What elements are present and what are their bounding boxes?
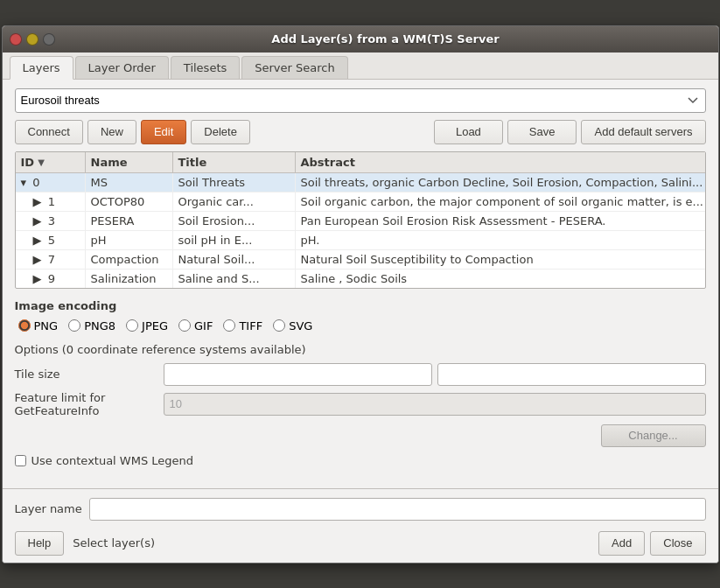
close-window-button[interactable] bbox=[10, 33, 22, 46]
feature-limit-row bbox=[164, 393, 706, 416]
radio-tiff-label: TIFF bbox=[239, 319, 262, 332]
maximize-window-button[interactable] bbox=[43, 33, 55, 46]
radio-png8[interactable]: PNG8 bbox=[68, 319, 115, 332]
radio-svg[interactable]: SVG bbox=[273, 319, 312, 332]
cell-name: PESERA bbox=[86, 212, 173, 230]
new-button[interactable]: New bbox=[87, 120, 136, 144]
delete-button[interactable]: Delete bbox=[191, 120, 250, 144]
bottom-right: Add Close bbox=[598, 531, 705, 556]
options-label: Options (0 coordinate reference systems … bbox=[15, 343, 706, 356]
radio-jpeg-label: JPEG bbox=[142, 319, 168, 332]
col-title: Title bbox=[173, 152, 296, 172]
cell-id: ▶ 7 bbox=[16, 250, 86, 269]
col-id: ID ▼ bbox=[16, 152, 86, 172]
cell-title: soil pH in E... bbox=[173, 231, 296, 249]
cell-title: Soil Erosion... bbox=[173, 212, 296, 230]
expand-icon[interactable]: ▶ bbox=[33, 195, 42, 208]
feature-limit-label: Feature limit for GetFeatureInfo bbox=[15, 391, 155, 417]
load-button[interactable]: Load bbox=[434, 120, 503, 144]
radio-gif-label: GIF bbox=[194, 319, 213, 332]
tile-size-inputs bbox=[164, 363, 706, 386]
cell-id: ▾ 0 bbox=[16, 173, 86, 192]
cell-name: MS bbox=[86, 173, 173, 192]
radio-png[interactable]: PNG bbox=[18, 319, 59, 332]
contextual-wms-label: Use contextual WMS Legend bbox=[31, 454, 194, 467]
col-name: Name bbox=[86, 152, 173, 172]
expand-icon[interactable]: ▾ bbox=[21, 176, 27, 189]
cell-abstract: pH. bbox=[296, 231, 705, 249]
radio-svg-label: SVG bbox=[289, 319, 312, 332]
table-body: ▾ 0 MS Soil Threats Soil threats, organi… bbox=[16, 173, 705, 288]
table-row[interactable]: ▶ 5 pH soil pH in E... pH. bbox=[16, 231, 705, 250]
tile-size-height-input[interactable] bbox=[437, 363, 706, 386]
add-button[interactable]: Add bbox=[598, 531, 645, 556]
tab-server-search[interactable]: Server Search bbox=[241, 56, 347, 79]
radio-gif-input[interactable] bbox=[178, 319, 191, 332]
server-dropdown[interactable]: Eurosoil threats bbox=[15, 88, 706, 113]
layer-name-input[interactable] bbox=[89, 498, 706, 521]
expand-icon[interactable]: ▶ bbox=[33, 272, 42, 285]
cell-abstract: Saline , Sodic Soils bbox=[296, 270, 705, 288]
table-row[interactable]: ▶ 9 Salinization Saline and S... Saline … bbox=[16, 270, 705, 288]
table-row[interactable]: ▶ 7 Compaction Natural Soil... Natural S… bbox=[16, 250, 705, 270]
close-button[interactable]: Close bbox=[650, 531, 705, 556]
tab-layer-order[interactable]: Layer Order bbox=[75, 56, 169, 79]
edit-button[interactable]: Edit bbox=[141, 120, 186, 144]
image-encoding-label: Image encoding bbox=[15, 299, 706, 312]
add-default-servers-button[interactable]: Add default servers bbox=[581, 120, 705, 144]
tab-tilesets[interactable]: Tilesets bbox=[171, 56, 240, 79]
expand-icon[interactable]: ▶ bbox=[33, 214, 42, 228]
titlebar: Add Layer(s) from a WM(T)S Server bbox=[3, 26, 718, 52]
cell-name: pH bbox=[86, 231, 173, 249]
table-row[interactable]: ▶ 1 OCTOP80 Organic car... Soil organic … bbox=[16, 192, 705, 212]
expand-icon[interactable]: ▶ bbox=[33, 253, 42, 266]
cell-title: Soil Threats bbox=[173, 173, 296, 192]
table-row[interactable]: ▾ 0 MS Soil Threats Soil threats, organi… bbox=[16, 173, 705, 192]
tab-layers[interactable]: Layers bbox=[10, 56, 73, 80]
change-button: Change... bbox=[601, 424, 706, 447]
cell-abstract: Natural Soil Susceptibility to Compactio… bbox=[296, 250, 705, 269]
radio-png8-input[interactable] bbox=[68, 319, 80, 332]
status-text: Select layer(s) bbox=[73, 536, 155, 550]
footer: Layer name Help Select layer(s) Add Clos… bbox=[3, 498, 718, 563]
table-header: ID ▼ Name Title Abstract bbox=[16, 152, 705, 173]
cell-id: ▶ 1 bbox=[16, 192, 86, 211]
radio-svg-input[interactable] bbox=[273, 319, 285, 332]
help-button[interactable]: Help bbox=[15, 531, 65, 556]
cell-abstract: Soil organic carbon, the major component… bbox=[296, 192, 705, 211]
cell-title: Saline and S... bbox=[173, 270, 296, 288]
cell-title: Natural Soil... bbox=[173, 250, 296, 269]
radio-tiff[interactable]: TIFF bbox=[223, 319, 262, 332]
tile-size-width-input[interactable] bbox=[164, 363, 432, 386]
radio-jpeg-input[interactable] bbox=[126, 319, 138, 332]
server-select-row: Eurosoil threats bbox=[15, 88, 706, 113]
table-row[interactable]: ▶ 3 PESERA Soil Erosion... Pan European … bbox=[16, 212, 705, 231]
minimize-window-button[interactable] bbox=[26, 33, 38, 46]
cell-id: ▶ 5 bbox=[16, 231, 86, 249]
tab-bar: Layers Layer Order Tilesets Server Searc… bbox=[3, 52, 718, 80]
save-button[interactable]: Save bbox=[507, 120, 577, 144]
radio-png-input[interactable] bbox=[18, 319, 31, 332]
radio-jpeg[interactable]: JPEG bbox=[126, 319, 168, 332]
server-toolbar: Connect New Edit Delete Load Save Add de… bbox=[15, 120, 706, 144]
tile-size-label: Tile size bbox=[15, 368, 155, 381]
layer-name-row: Layer name bbox=[15, 498, 706, 521]
radio-tiff-input[interactable] bbox=[223, 319, 235, 332]
expand-icon[interactable]: ▶ bbox=[33, 234, 42, 247]
change-btn-row: Change... bbox=[15, 424, 706, 447]
cell-id: ▶ 3 bbox=[16, 212, 86, 230]
cell-name: OCTOP80 bbox=[86, 192, 173, 211]
radio-png8-label: PNG8 bbox=[84, 319, 115, 332]
cell-abstract: Pan European Soil Erosion Risk Assessmen… bbox=[296, 212, 705, 230]
contextual-wms-checkbox[interactable] bbox=[15, 455, 26, 466]
layer-name-label: Layer name bbox=[15, 502, 82, 515]
radio-gif[interactable]: GIF bbox=[178, 319, 213, 332]
connect-button[interactable]: Connect bbox=[15, 120, 83, 144]
cell-id: ▶ 9 bbox=[16, 270, 86, 288]
cell-name: Salinization bbox=[86, 270, 173, 288]
sort-icon: ▼ bbox=[38, 158, 45, 167]
contextual-wms-row: Use contextual WMS Legend bbox=[15, 454, 706, 467]
options-grid: Tile size Feature limit for GetFeatureIn… bbox=[15, 363, 706, 417]
radio-png-label: PNG bbox=[34, 319, 59, 332]
bottom-left: Help Select layer(s) bbox=[15, 531, 156, 556]
